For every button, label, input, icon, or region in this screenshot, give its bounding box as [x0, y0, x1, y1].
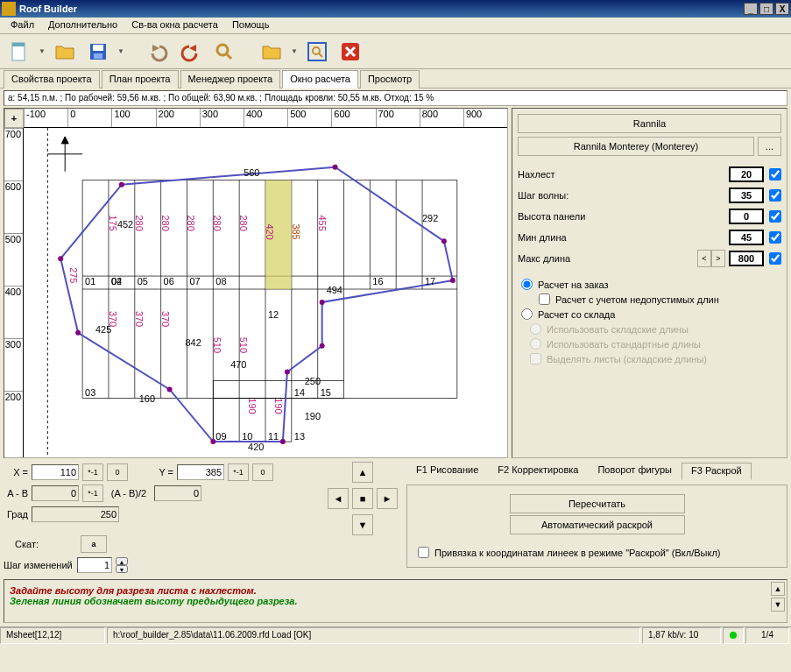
tab-f3-cut[interactable]: F3 Раскрой	[682, 463, 752, 480]
panel-height-check[interactable]	[769, 210, 781, 223]
x-input[interactable]	[32, 464, 79, 480]
svg-point-44	[167, 386, 173, 392]
svg-point-37	[441, 238, 447, 244]
stop-button[interactable]	[336, 38, 364, 66]
calc-stock-radio[interactable]	[521, 308, 533, 320]
close-button[interactable]: X	[775, 3, 789, 15]
svg-text:370: 370	[160, 311, 171, 327]
svg-rect-1	[12, 43, 25, 46]
overlap-input[interactable]	[729, 166, 764, 182]
zoom-button[interactable]	[210, 38, 238, 66]
svg-text:842: 842	[185, 337, 201, 348]
svg-rect-7	[308, 43, 326, 60]
max-length-prev[interactable]: <	[697, 250, 711, 267]
hint-scroll-up[interactable]: ▲	[771, 582, 785, 596]
x-zero-button[interactable]: 0	[107, 463, 128, 481]
svg-text:08: 08	[215, 276, 226, 286]
menu-file[interactable]: Файл	[4, 18, 41, 33]
svg-point-8	[313, 47, 320, 54]
skat-button[interactable]: a	[81, 535, 107, 553]
svg-point-40	[320, 343, 325, 349]
hint-scroll-down[interactable]: ▼	[771, 598, 785, 612]
calc-order-radio[interactable]	[521, 279, 533, 290]
svg-text:280: 280	[212, 215, 222, 230]
max-length-label: Макс длина	[518, 253, 697, 264]
folder2-dropdown-icon[interactable]: ▼	[291, 47, 298, 55]
x-label: X =	[4, 467, 28, 477]
wave-step-check[interactable]	[769, 189, 781, 202]
min-length-input[interactable]	[729, 230, 764, 245]
ab-label: A - B	[4, 488, 28, 499]
ab-neg-button[interactable]: *-1	[82, 485, 103, 502]
model-button[interactable]: Rannila Monterey (Monterey)	[518, 137, 754, 156]
maximize-button[interactable]: □	[759, 3, 773, 15]
model-more-button[interactable]: ...	[758, 137, 781, 156]
tab-calc-window[interactable]: Окно расчета	[282, 70, 358, 88]
tab-project-plan[interactable]: План проекта	[102, 70, 179, 88]
titlebar: Roof Builder _ □ X	[0, 0, 791, 18]
menu-calc-props[interactable]: Св-ва окна расчета	[124, 18, 225, 33]
canvas-content[interactable]: 560 452 425 292 250 494 470 420 190 160 …	[24, 128, 507, 457]
step-down[interactable]: ▼	[116, 565, 128, 573]
arrow-up[interactable]: ▲	[352, 462, 373, 483]
panel-height-input[interactable]	[729, 209, 764, 224]
redo-button[interactable]	[177, 38, 205, 66]
drawing-canvas[interactable]: + -1000100200300400500600700800900 70060…	[4, 108, 508, 458]
minimize-button[interactable]: _	[744, 3, 758, 15]
max-length-check[interactable]	[769, 252, 781, 265]
zoom-fit-button[interactable]	[303, 38, 331, 66]
menu-help[interactable]: Помощь	[225, 18, 277, 33]
step-up[interactable]: ▲	[116, 557, 128, 565]
tab-f1-draw[interactable]: F1 Рисование	[406, 462, 488, 479]
tab-rotate[interactable]: Поворот фигуры	[588, 462, 682, 479]
ab-input	[32, 485, 79, 501]
tab-f2-correct[interactable]: F2 Корректировка	[488, 462, 588, 479]
menu-additional[interactable]: Дополнительно	[41, 18, 124, 33]
arrow-center[interactable]: ■	[352, 488, 373, 509]
save-button[interactable]	[84, 38, 112, 66]
recalc-button[interactable]: Пересчитать	[510, 494, 685, 513]
save-dropdown-icon[interactable]: ▼	[117, 47, 124, 55]
new-button[interactable]	[5, 38, 33, 66]
calc-bad-lengths-check[interactable]	[539, 294, 550, 305]
ruler-origin-button[interactable]: +	[4, 109, 24, 128]
brand-button[interactable]: Rannila	[518, 114, 781, 133]
new-dropdown-icon[interactable]: ▼	[39, 47, 46, 55]
svg-text:280: 280	[134, 215, 145, 230]
svg-text:292: 292	[422, 213, 438, 223]
tab-project-manager[interactable]: Менеджер проекта	[180, 70, 281, 88]
y-zero-button[interactable]: 0	[252, 463, 273, 481]
svg-text:280: 280	[160, 215, 171, 230]
menubar: Файл Дополнительно Св-ва окна расчета По…	[0, 18, 791, 34]
svg-point-45	[75, 330, 81, 336]
arrow-left[interactable]: ◄	[328, 488, 349, 509]
svg-text:11: 11	[268, 431, 279, 442]
ruler-horizontal: -1000100200300400500600700800900	[24, 109, 507, 128]
arrow-down[interactable]: ▼	[352, 514, 373, 535]
max-length-next[interactable]: >	[711, 250, 725, 267]
overlap-check[interactable]	[769, 168, 781, 180]
svg-line-9	[319, 53, 322, 57]
folder2-button[interactable]	[258, 38, 286, 66]
auto-cut-button[interactable]: Автоматический раскрой	[510, 515, 685, 534]
max-length-input[interactable]	[729, 251, 764, 266]
svg-text:275: 275	[68, 267, 79, 283]
y-input[interactable]	[177, 464, 224, 480]
y-neg-button[interactable]: *-1	[228, 463, 249, 481]
tab-preview[interactable]: Просмотр	[360, 70, 420, 88]
min-length-check[interactable]	[769, 231, 781, 244]
tab-project-props[interactable]: Свойства проекта	[4, 70, 100, 88]
undo-button[interactable]	[144, 38, 172, 66]
wave-step-input[interactable]	[729, 187, 764, 203]
coord-panel: X = *-1 0 Y = *-1 0 A - B *-1 (A - B)/2 …	[4, 462, 301, 576]
status-sheet: Msheet[12,12]	[0, 627, 105, 644]
snap-check[interactable]	[418, 547, 429, 558]
x-neg-button[interactable]: *-1	[82, 463, 103, 481]
step-input[interactable]	[77, 557, 112, 573]
toolbar: ▼ ▼ ▼	[0, 34, 791, 69]
app-icon	[2, 2, 16, 16]
arrow-right[interactable]: ►	[377, 488, 398, 509]
open-button[interactable]	[51, 38, 79, 66]
panel-height-label: Высота панели	[518, 211, 729, 222]
svg-point-38	[450, 278, 456, 283]
